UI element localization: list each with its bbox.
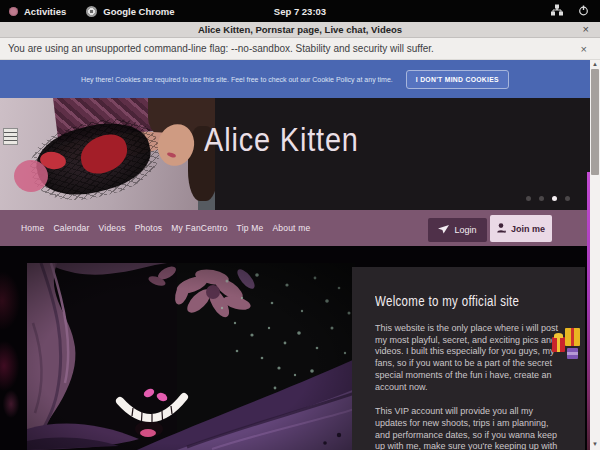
clock[interactable]: Sep 7 23:03 [274, 6, 326, 17]
welcome-heading: Welcome to my official site [375, 293, 529, 309]
infobar-close-icon[interactable]: × [581, 43, 587, 55]
gift-red-icon [552, 337, 565, 352]
chrome-icon [86, 6, 97, 17]
carousel-dot[interactable] [526, 196, 531, 201]
app-menu-button[interactable]: Google Chrome [86, 6, 174, 17]
person-icon [497, 223, 506, 235]
login-button[interactable]: Login [428, 218, 487, 242]
send-icon [438, 225, 449, 236]
activities-button[interactable]: Activities [9, 6, 66, 17]
nav-item-tipme[interactable]: Tip Me [237, 223, 264, 233]
infobar-message: You are using an unsupported command-lin… [8, 43, 434, 54]
nav-item-fancentro[interactable]: My FanCentro [171, 223, 227, 233]
chrome-infobar: You are using an unsupported command-lin… [0, 38, 600, 60]
main-nav: Home Calendar Videos Photos My FanCentro… [0, 210, 590, 246]
power-icon[interactable] [578, 5, 589, 18]
carousel-dot[interactable] [565, 196, 570, 201]
cookie-accept-button[interactable]: I DON'T MIND COOKIES [406, 70, 509, 89]
network-icon[interactable] [551, 4, 563, 18]
welcome-panel: Welcome to my official site This website… [352, 267, 585, 450]
login-label: Login [454, 225, 476, 235]
site-header: Alice Kitten [0, 98, 590, 210]
page-viewport: Hey there! Cookies are required to use t… [0, 60, 600, 450]
gift-boxes-decoration [552, 325, 584, 363]
site-title: Alice Kitten [204, 120, 359, 159]
photo-fabric-shape [14, 160, 48, 192]
cookie-banner: Hey there! Cookies are required to use t… [0, 60, 590, 98]
welcome-paragraph-2: This VIP account will provide you all my… [375, 406, 563, 450]
cookie-message: Hey there! Cookies are required to use t… [81, 76, 393, 83]
page-scrollbar[interactable]: ▲ ▼ [590, 60, 600, 450]
activities-label: Activities [24, 6, 66, 17]
scrollbar-down-icon[interactable]: ▼ [590, 440, 600, 448]
scrollbar-up-icon[interactable]: ▲ [590, 60, 600, 68]
header-photo [0, 98, 215, 210]
window-close-icon[interactable]: × [583, 23, 589, 35]
nav-item-calendar[interactable]: Calendar [53, 223, 89, 233]
carousel-dot[interactable] [539, 196, 544, 201]
window-titlebar: Alice Kitten, Pornstar page, Live chat, … [0, 22, 600, 38]
gnome-top-bar: Activities Google Chrome Sep 7 23:03 [0, 0, 600, 22]
nav-item-videos[interactable]: Videos [99, 223, 126, 233]
window-title: Alice Kitten, Pornstar page, Live chat, … [198, 24, 402, 35]
nav-item-home[interactable]: Home [21, 223, 44, 233]
gift-yellow-icon [565, 328, 580, 346]
photo-tag-shape [3, 128, 18, 145]
join-button[interactable]: Join me [490, 215, 552, 242]
carousel-dot[interactable] [552, 196, 557, 201]
desktop-screen: Activities Google Chrome Sep 7 23:03 Ali… [0, 0, 600, 450]
activities-indicator-icon [9, 7, 18, 16]
app-menu-label: Google Chrome [103, 6, 174, 17]
welcome-paragraph-1: This website is the only place where i w… [375, 323, 563, 393]
carousel-dots [526, 196, 570, 201]
join-label: Join me [511, 224, 545, 234]
nav-item-photos[interactable]: Photos [135, 223, 163, 233]
main-content: Welcome to my official site This website… [0, 246, 590, 450]
cheshire-cat-image [27, 263, 355, 450]
scrollbar-thumb[interactable] [591, 69, 599, 175]
gift-purple-icon [567, 348, 578, 359]
nav-item-aboutme[interactable]: About me [272, 223, 310, 233]
